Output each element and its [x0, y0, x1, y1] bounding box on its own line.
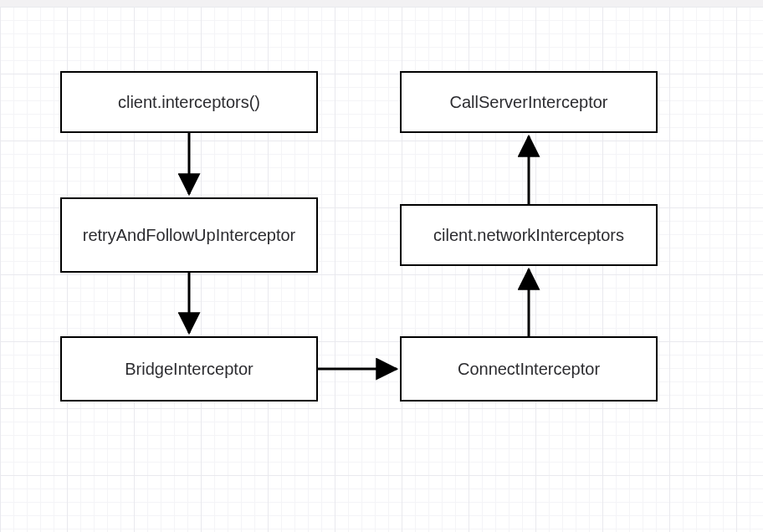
diagram-canvas: client.interceptors() retryAndFollowUpIn… [0, 0, 763, 532]
node-label: ConnectInterceptor [458, 358, 600, 381]
node-call-server-interceptor: CallServerInterceptor [400, 71, 658, 133]
node-bridge-interceptor: BridgeInterceptor [60, 336, 318, 402]
node-client-network-interceptors: cilent.networkInterceptors [400, 204, 658, 266]
node-label: client.interceptors() [118, 91, 260, 114]
node-label: retryAndFollowUpInterceptor [83, 224, 296, 247]
node-label: CallServerInterceptor [450, 91, 608, 114]
node-label: cilent.networkInterceptors [433, 224, 624, 247]
node-client-interceptors: client.interceptors() [60, 71, 318, 133]
node-retry-followup-interceptor: retryAndFollowUpInterceptor [60, 197, 318, 273]
node-connect-interceptor: ConnectInterceptor [400, 336, 658, 402]
node-label: BridgeInterceptor [125, 358, 253, 381]
